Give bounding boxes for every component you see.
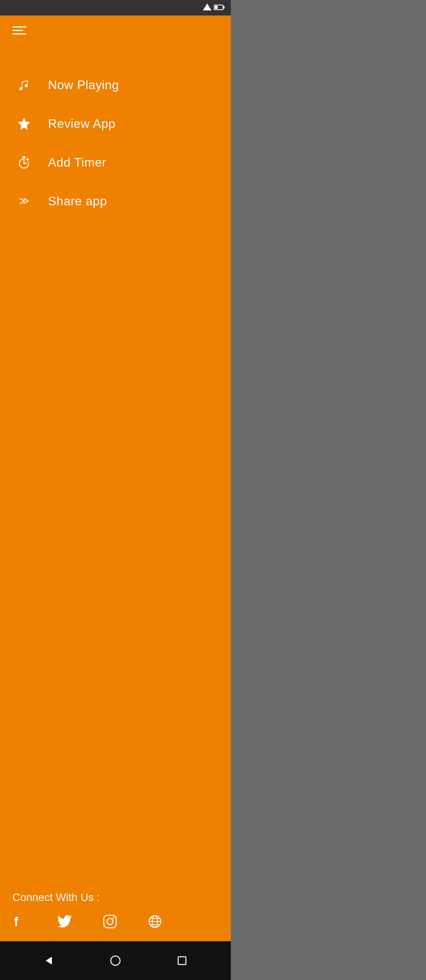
hamburger-line-1 [12,26,26,28]
svg-text:f: f [14,915,19,928]
facebook-icon[interactable]: f [12,915,26,932]
hamburger-menu-button[interactable] [12,26,26,34]
svg-marker-4 [18,118,30,130]
signal-icon [203,3,211,12]
svg-marker-23 [46,957,52,965]
status-bar [0,0,231,15]
svg-rect-25 [178,957,186,965]
timer-icon [15,154,33,171]
phone-panel: Now Playing Review App [0,0,231,980]
svg-point-17 [113,917,114,919]
sidebar-item-review-app[interactable]: Review App [0,104,231,143]
bottom-nav-bar [0,941,231,980]
menu-area [0,15,231,42]
review-app-label: Review App [48,117,115,131]
back-button[interactable] [37,949,60,972]
share-icon [15,193,33,210]
connect-section: Connect With Us : f [0,879,231,941]
hamburger-line-2 [12,30,23,31]
sidebar-item-now-playing[interactable]: Now Playing [0,65,231,104]
svg-rect-15 [104,915,116,928]
svg-point-10 [23,157,25,158]
connect-title: Connect With Us : [12,891,218,904]
add-timer-label: Add Timer [48,155,106,170]
svg-rect-3 [215,6,218,9]
svg-point-16 [107,918,113,925]
now-playing-label: Now Playing [48,78,119,92]
share-app-label: Share app [48,194,107,208]
music-note-icon [15,76,33,93]
recent-apps-button[interactable] [170,949,194,972]
battery-icon [214,4,225,12]
hamburger-line-3 [12,33,26,34]
nav-items-list: Now Playing Review App [0,42,231,879]
star-icon [15,115,33,132]
social-icons-row: f [12,915,218,932]
svg-marker-0 [203,3,211,10]
home-button[interactable] [104,949,127,972]
sidebar-item-add-timer[interactable]: Add Timer [0,143,231,182]
instagram-icon[interactable] [103,915,117,932]
svg-rect-2 [223,6,225,9]
twitter-icon[interactable] [57,915,72,932]
gray-background-panel [231,0,426,980]
sidebar-item-share-app[interactable]: Share app [0,182,231,220]
status-icons [203,3,225,12]
svg-point-24 [111,956,120,965]
website-icon[interactable] [148,915,162,932]
